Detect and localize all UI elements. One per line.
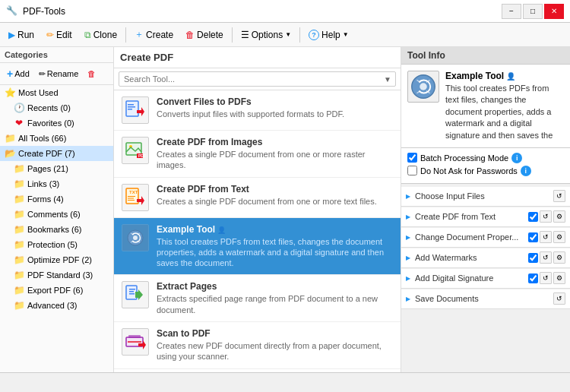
close-button[interactable]: ✕ <box>544 4 564 19</box>
steps-list: ▶ Choose Input Files ↺ ▶ Create PDF from… <box>401 184 570 372</box>
sidebar-item-create-pdf[interactable]: 📂 Create PDF (7) <box>0 146 113 161</box>
choose-input-expand-icon[interactable]: ▶ <box>406 193 410 200</box>
tool-item-from-images[interactable]: PDF Create PDF from Images Creates a sin… <box>114 131 401 178</box>
options-dropdown-icon: ▼ <box>285 31 291 38</box>
change-doc-prop-expand-icon[interactable]: ▶ <box>406 234 410 241</box>
tool-item-scan-to-pdf[interactable]: Scan to PDF Creates new PDF document dir… <box>114 322 401 369</box>
help-icon: ? <box>309 30 319 40</box>
tool-item-extract-pages[interactable]: Extract Pages Extracts specified page ra… <box>114 275 401 322</box>
clone-label: Clone <box>93 30 117 40</box>
sidebar-item-pages[interactable]: 📁 Pages (21) <box>0 161 113 176</box>
batch-mode-checkbox[interactable] <box>407 153 417 163</box>
tool-item-convert-files[interactable]: Convert Files to PDFs Converts input fil… <box>114 90 401 131</box>
batch-mode-info-icon[interactable]: i <box>511 153 522 163</box>
advanced-label: Advanced (3) <box>27 301 109 310</box>
right-panel: Tool Info Example Tool 👤 This tool creat… <box>401 47 570 372</box>
options-button[interactable]: ☰ Options ▼ <box>236 25 296 45</box>
rename-icon: ✏ <box>39 69 46 79</box>
sidebar-item-bookmarks[interactable]: 📁 Bookmarks (6) <box>0 222 113 237</box>
add-digital-sig-controls: ↺ ⚙ <box>528 272 565 284</box>
clone-button[interactable]: ⧉ Clone <box>79 25 122 45</box>
scan-to-pdf-icon <box>122 328 149 356</box>
export-pdf-label: Export PDF (6) <box>27 286 109 295</box>
tool-item-split-merge[interactable]: Split/Merge PDFs Combines all input PDFs… <box>114 369 401 372</box>
sidebar-item-pdf-standard[interactable]: 📁 PDF Standard (3) <box>0 267 113 283</box>
save-documents-expand-icon[interactable]: ▶ <box>406 296 410 302</box>
save-documents-reset-button[interactable]: ↺ <box>553 292 565 305</box>
tool-item-example-tool[interactable]: Example Tool 👤 This tool creates PDFs fr… <box>114 218 401 276</box>
step-create-from-text: ▶ Create PDF from Text ↺ ⚙ <box>401 207 570 227</box>
tool-info-header: Tool Info <box>401 47 570 65</box>
change-doc-prop-controls: ↺ ⚙ <box>528 231 565 243</box>
search-input[interactable] <box>119 71 396 87</box>
sidebar-item-forms[interactable]: 📁 Forms (4) <box>0 191 113 207</box>
create-from-text-checkbox[interactable] <box>528 212 538 222</box>
delete-button[interactable]: 🗑 Delete <box>180 25 229 45</box>
forms-icon: 📁 <box>14 194 24 204</box>
rename-category-button[interactable]: ✏ Rename <box>35 67 83 81</box>
edit-button[interactable]: ✏ Edit <box>41 25 78 45</box>
no-password-checkbox[interactable] <box>407 166 417 175</box>
protection-label: Protection (5) <box>27 240 109 249</box>
middle-panel: Create PDF ▼ Convert Files to PDFs <box>114 47 401 372</box>
svg-rect-2 <box>128 106 135 108</box>
tool-info-description: This tool creates PDFs from text files, … <box>445 83 564 141</box>
delete-icon: 🗑 <box>185 30 195 40</box>
pdf-standard-icon: 📁 <box>14 270 24 280</box>
add-digital-sig-settings-button[interactable]: ⚙ <box>553 272 565 284</box>
svg-point-13 <box>133 236 138 240</box>
comments-label: Comments (6) <box>27 210 109 219</box>
from-text-icon: TXT <box>122 184 149 211</box>
no-password-info-icon[interactable]: i <box>521 166 531 176</box>
options-label: Options <box>252 30 283 40</box>
pages-label: Pages (21) <box>27 164 109 173</box>
add-label: Add <box>14 69 30 78</box>
add-digital-sig-checkbox[interactable] <box>528 273 538 283</box>
minimize-button[interactable]: − <box>502 4 521 19</box>
window-controls: − □ ✕ <box>502 4 564 19</box>
change-doc-prop-settings-button[interactable]: ⚙ <box>553 231 565 243</box>
add-watermarks-checkbox[interactable] <box>528 253 538 263</box>
most-used-label: Most Used <box>18 88 109 97</box>
add-watermarks-settings-button[interactable]: ⚙ <box>553 251 565 264</box>
add-watermarks-reset-button[interactable]: ↺ <box>540 251 552 264</box>
no-password-row: Do Not Ask for Passwords i <box>407 166 564 176</box>
advanced-icon: 📁 <box>14 300 24 311</box>
change-doc-prop-reset-button[interactable]: ↺ <box>540 231 552 243</box>
sidebar-item-export-pdf[interactable]: 📁 Export PDF (6) <box>0 283 113 298</box>
scan-to-pdf-info: Scan to PDF Creates new PDF document dir… <box>157 328 393 362</box>
all-tools-label: All Tools (66) <box>18 134 109 143</box>
sidebar-item-favorites[interactable]: ❤ Favorites (0) <box>0 115 113 131</box>
add-digital-sig-label: Add Digital Signature <box>415 273 525 283</box>
help-button[interactable]: ? Help ▼ <box>303 25 354 45</box>
pages-icon: 📁 <box>14 163 24 174</box>
sidebar-item-all-tools[interactable]: 📁 All Tools (66) <box>0 131 113 146</box>
delete-category-button[interactable]: 🗑 <box>84 67 100 81</box>
tool-item-from-text[interactable]: TXT Create PDF from Text Creates a singl… <box>114 178 401 218</box>
create-from-text-reset-button[interactable]: ↺ <box>540 210 552 223</box>
create-from-text-expand-icon[interactable]: ▶ <box>406 213 410 220</box>
sidebar-item-most-used[interactable]: ⭐ Most Used <box>0 85 113 100</box>
links-icon: 📁 <box>14 179 24 189</box>
sidebar-item-protection[interactable]: 📁 Protection (5) <box>0 237 113 252</box>
choose-input-reset-button[interactable]: ↺ <box>553 190 565 202</box>
add-category-button[interactable]: + Add <box>3 65 33 82</box>
change-doc-prop-checkbox[interactable] <box>528 232 538 242</box>
delete-cat-icon: 🗑 <box>87 69 96 78</box>
sidebar-item-advanced[interactable]: 📁 Advanced (3) <box>0 298 113 313</box>
run-button[interactable]: ▶ Run <box>3 25 40 45</box>
add-digital-sig-expand-icon[interactable]: ▶ <box>406 275 410 282</box>
create-button[interactable]: ＋ Create <box>129 25 179 45</box>
create-from-text-settings-button[interactable]: ⚙ <box>553 210 565 223</box>
svg-rect-10 <box>128 198 134 198</box>
maximize-button[interactable]: □ <box>523 4 543 19</box>
sidebar-item-optimize-pdf[interactable]: 📁 Optimize PDF (2) <box>0 252 113 267</box>
svg-point-27 <box>420 83 427 90</box>
add-digital-sig-reset-button[interactable]: ↺ <box>540 272 552 284</box>
svg-text:TXT: TXT <box>129 190 138 194</box>
sidebar-item-links[interactable]: 📁 Links (3) <box>0 176 113 191</box>
add-watermarks-expand-icon[interactable]: ▶ <box>406 254 410 261</box>
scan-to-pdf-desc: Creates new PDF document directly from a… <box>157 340 393 362</box>
sidebar-item-comments[interactable]: 📁 Comments (6) <box>0 207 113 222</box>
sidebar-item-recents[interactable]: 🕐 Recents (0) <box>0 100 113 115</box>
